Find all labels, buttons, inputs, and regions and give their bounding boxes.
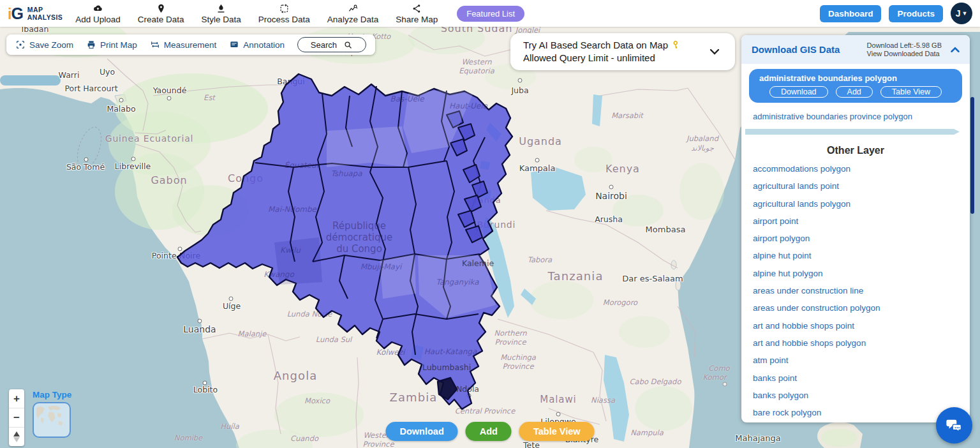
layer-link[interactable]: airport point bbox=[753, 213, 970, 230]
map-pin-icon bbox=[156, 3, 167, 14]
table-view-button[interactable]: Table View bbox=[519, 422, 595, 441]
map-toolbar: Save Zoom Print Map Measurement Annotati… bbox=[6, 34, 375, 55]
layer-link-province[interactable]: administrative boundaries province polyg… bbox=[741, 103, 970, 128]
add-button[interactable]: Add bbox=[466, 422, 512, 441]
other-layer-title: Other Layer bbox=[741, 145, 970, 156]
note-icon bbox=[229, 40, 239, 50]
measure-icon bbox=[150, 40, 160, 50]
nav-share-map[interactable]: Share Map bbox=[396, 3, 438, 24]
chevron-down-icon: ▼ bbox=[961, 10, 967, 17]
selected-layer-action-button[interactable]: Add bbox=[836, 86, 873, 98]
selected-layer-actions: DownloadAddTable View bbox=[749, 86, 962, 98]
layer-link[interactable]: areas under construction line bbox=[753, 282, 970, 299]
layer-link[interactable]: atm point bbox=[753, 352, 970, 369]
layer-link[interactable]: banks polygon bbox=[753, 387, 970, 404]
vertical-scrollbar-thumb[interactable] bbox=[970, 97, 974, 214]
horizontal-scrollbar-thumb[interactable] bbox=[745, 129, 960, 135]
nav-process-data[interactable]: Process Data bbox=[258, 3, 310, 24]
selected-layer-action-button[interactable]: Download bbox=[769, 86, 828, 98]
layer-link[interactable]: agricultural lands point bbox=[753, 177, 970, 195]
view-downloaded-link[interactable]: View Downloaded Data bbox=[867, 50, 940, 57]
save-zoom-button[interactable]: Save Zoom bbox=[15, 40, 73, 50]
download-meta: Download Left:-5.98 GB View Downloaded D… bbox=[867, 41, 942, 57]
ai-search-banner[interactable]: Try AI Based Search Data on Map Allowed … bbox=[510, 33, 735, 70]
selected-layer-card[interactable]: administrative boundaries polygon Downlo… bbox=[749, 69, 962, 103]
layer-link[interactable]: art and hobbie shops polygon bbox=[753, 334, 970, 352]
search-input[interactable]: Search bbox=[297, 37, 366, 52]
layer-link[interactable]: alpine hut point bbox=[753, 247, 970, 264]
app-logo[interactable]: iG MAPANALYSIS bbox=[8, 6, 63, 22]
chat-fab-button[interactable] bbox=[936, 407, 972, 444]
ink-drop-icon bbox=[216, 3, 226, 14]
collapse-panel-icon[interactable] bbox=[948, 43, 962, 57]
nav-add-upload[interactable]: Add Upload bbox=[75, 3, 121, 24]
panel-header: Download GIS Data Download Left:-5.98 GB… bbox=[741, 35, 970, 64]
panel-title: Download GIS Data bbox=[752, 44, 840, 55]
print-map-button[interactable]: Print Map bbox=[86, 40, 137, 50]
layer-link[interactable]: art and hobbie shops point bbox=[753, 317, 970, 334]
nav-analyze-data[interactable]: Analyze Data bbox=[327, 3, 378, 24]
products-button[interactable]: Products bbox=[889, 5, 943, 22]
printer-icon bbox=[86, 40, 96, 50]
dashboard-button[interactable]: Dashboard bbox=[820, 5, 882, 22]
layer-link[interactable]: alpine hut polygon bbox=[753, 265, 970, 282]
map-type-thumbnail[interactable] bbox=[33, 402, 71, 438]
pan-control[interactable] bbox=[9, 428, 24, 446]
top-navbar: iG MAPANALYSIS Add Upload Create Data St… bbox=[0, 0, 980, 27]
layer-link[interactable]: areas under construction polygon bbox=[753, 299, 970, 317]
world-thumbnail bbox=[34, 403, 67, 434]
featured-list-button[interactable]: Featured List bbox=[457, 6, 524, 22]
pan-up-icon bbox=[13, 431, 20, 437]
nav-create-data[interactable]: Create Data bbox=[138, 3, 184, 24]
layer-link[interactable]: airport polygon bbox=[753, 230, 970, 247]
search-icon bbox=[343, 40, 353, 50]
navbar-right: Dashboard Products J ▼ bbox=[820, 3, 972, 24]
logo-mark: iG bbox=[8, 6, 24, 22]
nav-style-data[interactable]: Style Data bbox=[202, 3, 241, 24]
logo-text: MAPANALYSIS bbox=[27, 6, 63, 21]
share-icon bbox=[412, 3, 422, 14]
selected-layer-name: administrative boundaries polygon bbox=[749, 73, 962, 83]
download-left-text: Download Left:-5.98 GB bbox=[867, 41, 942, 49]
annotation-button[interactable]: Annotation bbox=[229, 40, 285, 50]
chat-icon bbox=[945, 416, 964, 435]
download-gis-panel: Download GIS Data Download Left:-5.98 GB… bbox=[741, 35, 970, 422]
zoom-in-button[interactable]: + bbox=[9, 389, 24, 408]
layer-link[interactable]: accommodations polygon bbox=[753, 160, 970, 177]
bottom-action-bar: Download Add Table View bbox=[385, 422, 594, 441]
horizontal-scrollbar[interactable] bbox=[745, 129, 960, 135]
user-avatar[interactable]: J ▼ bbox=[951, 3, 972, 24]
layer-link[interactable]: banks point bbox=[753, 370, 970, 387]
selected-layer-action-button[interactable]: Table View bbox=[880, 86, 942, 98]
key-icon bbox=[671, 40, 681, 50]
cloud-upload-icon bbox=[93, 3, 103, 14]
map-type-label: Map Type bbox=[33, 390, 71, 399]
pan-down-icon bbox=[13, 437, 20, 442]
chart-magnifier-icon bbox=[348, 3, 359, 14]
layer-link[interactable]: agricultural lands polygon bbox=[753, 195, 970, 213]
avatar-initial: J bbox=[956, 8, 961, 19]
other-layer-list: accommodations polygonagricultural lands… bbox=[741, 160, 970, 421]
measurement-button[interactable]: Measurement bbox=[150, 40, 217, 50]
zoom-control: + − bbox=[9, 389, 24, 446]
main-nav: Add Upload Create Data Style Data Proces… bbox=[75, 3, 438, 24]
dashed-box-icon bbox=[279, 3, 290, 14]
focus-icon bbox=[15, 40, 26, 50]
ai-banner-text: Try AI Based Search Data on Map Allowed … bbox=[523, 39, 681, 64]
map-type-control: Map Type bbox=[33, 390, 71, 438]
zoom-out-button[interactable]: − bbox=[9, 408, 24, 428]
download-button[interactable]: Download bbox=[385, 422, 457, 441]
expand-ai-search-icon[interactable] bbox=[707, 44, 722, 59]
